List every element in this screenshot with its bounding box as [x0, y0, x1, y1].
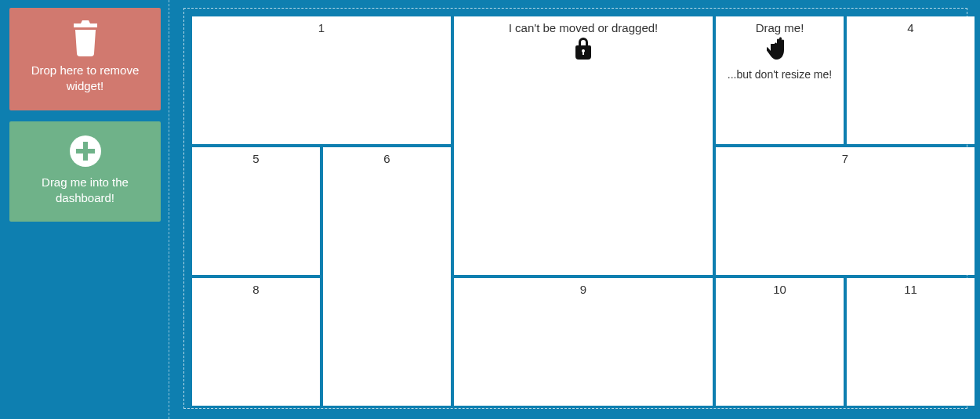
dashboard-grid[interactable]: 1I can't be moved or dragged!Drag me!...… — [183, 8, 967, 409]
widget-title: 4 — [847, 21, 975, 34]
widget-w10[interactable]: 10 — [716, 278, 844, 406]
widget-title: Drag me! — [716, 21, 844, 34]
lock-icon — [572, 36, 594, 60]
dashboard-area: 1I can't be moved or dragged!Drag me!...… — [169, 0, 980, 419]
widget-w4[interactable]: 4 — [847, 16, 975, 144]
svg-rect-2 — [76, 149, 95, 154]
widget-title: 1 — [192, 21, 451, 34]
widget-w5[interactable]: 5 — [192, 147, 320, 275]
hand-icon — [767, 36, 793, 61]
widget-title: 11 — [847, 283, 975, 296]
widget-title: I can't be moved or dragged! — [454, 21, 713, 34]
app-layout: Drop here to remove widget! Drag me into… — [0, 0, 980, 419]
sidebar: Drop here to remove widget! Drag me into… — [0, 0, 169, 419]
add-widget-label: Drag me into the dashboard! — [17, 175, 153, 207]
add-widget-source[interactable]: Drag me into the dashboard! — [9, 121, 161, 222]
trash-icon — [69, 20, 102, 56]
remove-dropzone-label: Drop here to remove widget! — [17, 63, 153, 95]
widget-title: 5 — [192, 152, 320, 165]
widget-title: 7 — [716, 152, 975, 165]
widget-w11[interactable]: 11 — [847, 278, 975, 406]
widget-title: 6 — [323, 152, 451, 165]
widget-title: 8 — [192, 283, 320, 296]
widget-w3[interactable]: Drag me!...but don't resize me! — [716, 16, 844, 144]
widget-w7[interactable]: 7 — [716, 147, 975, 275]
widget-w6[interactable]: 6 — [323, 147, 451, 406]
widget-title: 10 — [716, 283, 844, 296]
widget-w8[interactable]: 8 — [192, 278, 320, 406]
widget-title: 9 — [454, 283, 713, 296]
widget-w2: I can't be moved or dragged! — [454, 16, 713, 275]
widget-w9[interactable]: 9 — [454, 278, 713, 406]
plus-circle-icon — [68, 134, 103, 168]
remove-dropzone[interactable]: Drop here to remove widget! — [9, 8, 161, 110]
widget-subtext: ...but don't resize me! — [716, 68, 844, 81]
widget-w1[interactable]: 1 — [192, 16, 451, 144]
